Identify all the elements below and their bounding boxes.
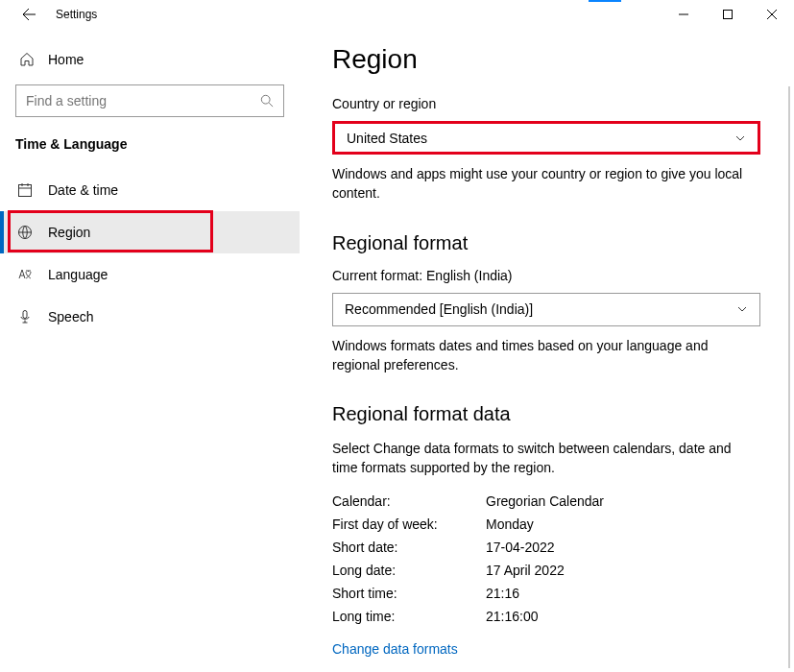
search-icon	[260, 94, 274, 108]
row-long-date: Long date:17 April 2022	[332, 563, 759, 578]
row-value: 21:16:00	[486, 609, 539, 624]
sidebar: Home Find a setting Time & Language Date…	[0, 29, 300, 672]
country-value: United States	[347, 131, 427, 146]
country-label: Country or region	[332, 96, 759, 111]
close-button[interactable]	[750, 0, 794, 29]
row-key: Calendar:	[332, 493, 486, 509]
svg-rect-4	[23, 311, 27, 319]
app-title: Settings	[56, 8, 97, 21]
sidebar-item-label: Language	[48, 267, 108, 282]
search-placeholder: Find a setting	[26, 93, 107, 108]
regional-format-data-heading: Regional format data	[332, 403, 759, 425]
format-desc: Windows formats dates and times based on…	[332, 336, 759, 375]
row-short-date: Short date:17-04-2022	[332, 540, 759, 555]
change-data-formats-link[interactable]: Change data formats	[332, 641, 458, 657]
row-value: 17-04-2022	[486, 540, 555, 555]
back-button[interactable]	[17, 3, 40, 26]
titlebar-accent	[589, 0, 621, 2]
sidebar-item-speech[interactable]: Speech	[0, 296, 300, 338]
sidebar-item-label: Speech	[48, 309, 93, 324]
sidebar-item-language[interactable]: Language	[0, 253, 300, 296]
sidebar-home[interactable]: Home	[0, 42, 300, 77]
svg-point-1	[261, 95, 270, 104]
row-value: 17 April 2022	[486, 563, 565, 578]
country-desc: Windows and apps might use your country …	[332, 164, 759, 204]
chevron-down-icon	[736, 303, 748, 315]
sidebar-home-label: Home	[48, 52, 84, 67]
maximize-icon	[723, 10, 733, 19]
country-combobox[interactable]: United States	[332, 121, 760, 155]
arrow-left-icon	[21, 7, 36, 22]
row-value: 21:16	[486, 586, 519, 601]
scrollbar[interactable]	[788, 86, 790, 668]
row-key: First day of week:	[332, 516, 486, 532]
region-highlight-box	[8, 210, 213, 252]
language-icon	[17, 267, 33, 282]
minimize-icon	[679, 10, 688, 19]
search-input[interactable]: Find a setting	[15, 84, 284, 117]
regional-format-heading: Regional format	[332, 232, 759, 254]
calendar-icon	[17, 182, 33, 198]
content-pane: Region Country or region United States W…	[300, 29, 794, 672]
sidebar-item-region[interactable]: Region	[0, 211, 300, 253]
row-key: Short date:	[332, 540, 486, 555]
titlebar: Settings	[0, 0, 794, 29]
row-key: Long time:	[332, 609, 486, 624]
row-key: Long date:	[332, 563, 486, 578]
row-long-time: Long time:21:16:00	[332, 609, 759, 624]
svg-rect-2	[19, 185, 32, 197]
close-icon	[767, 10, 777, 19]
row-value: Monday	[486, 516, 534, 532]
globe-icon	[17, 225, 33, 240]
current-format-label: Current format: English (India)	[332, 268, 759, 283]
home-icon	[19, 52, 35, 67]
row-calendar: Calendar:Gregorian Calendar	[332, 493, 759, 509]
page-title: Region	[332, 44, 759, 75]
row-short-time: Short time:21:16	[332, 586, 759, 601]
row-value: Gregorian Calendar	[486, 493, 604, 509]
sidebar-item-label: Region	[48, 225, 90, 240]
format-value: Recommended [English (India)]	[345, 301, 533, 317]
microphone-icon	[17, 309, 33, 324]
sidebar-item-date-time[interactable]: Date & time	[0, 169, 300, 211]
chevron-down-icon	[734, 132, 746, 144]
format-combobox[interactable]: Recommended [English (India)]	[332, 293, 760, 326]
maximize-button[interactable]	[706, 0, 750, 29]
svg-rect-0	[724, 11, 733, 19]
sidebar-item-label: Date & time	[48, 182, 118, 198]
row-first-day-of-week: First day of week:Monday	[332, 516, 759, 532]
minimize-button[interactable]	[662, 0, 706, 29]
sidebar-category-title: Time & Language	[0, 134, 300, 169]
row-key: Short time:	[332, 586, 486, 601]
regional-data-desc: Select Change data formats to switch bet…	[332, 439, 759, 478]
